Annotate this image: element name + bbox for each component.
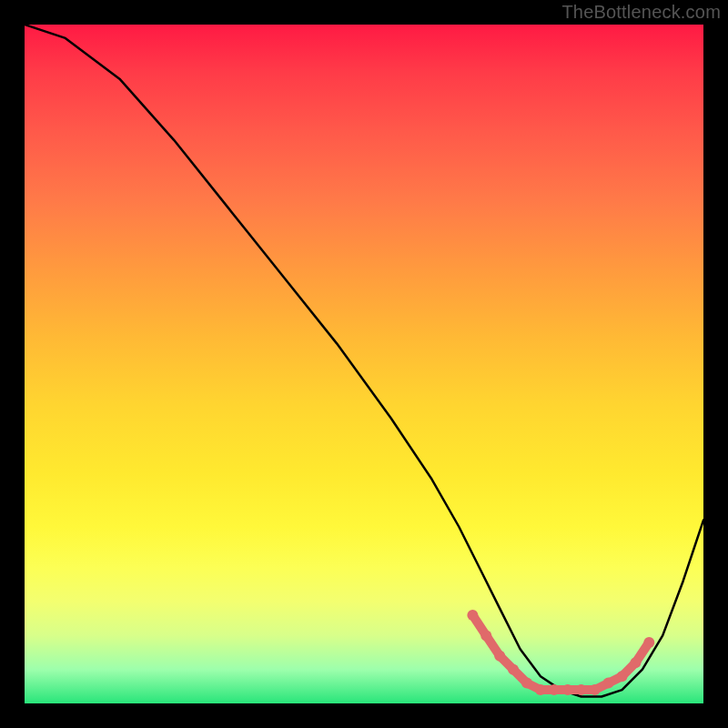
plot-area [25,25,703,703]
watermark-text: TheBottleneck.com [561,2,721,23]
curve-layer [25,25,703,703]
chart-frame: TheBottleneck.com [0,0,728,728]
optimal-range-line [472,615,649,690]
bottleneck-curve [25,25,703,697]
